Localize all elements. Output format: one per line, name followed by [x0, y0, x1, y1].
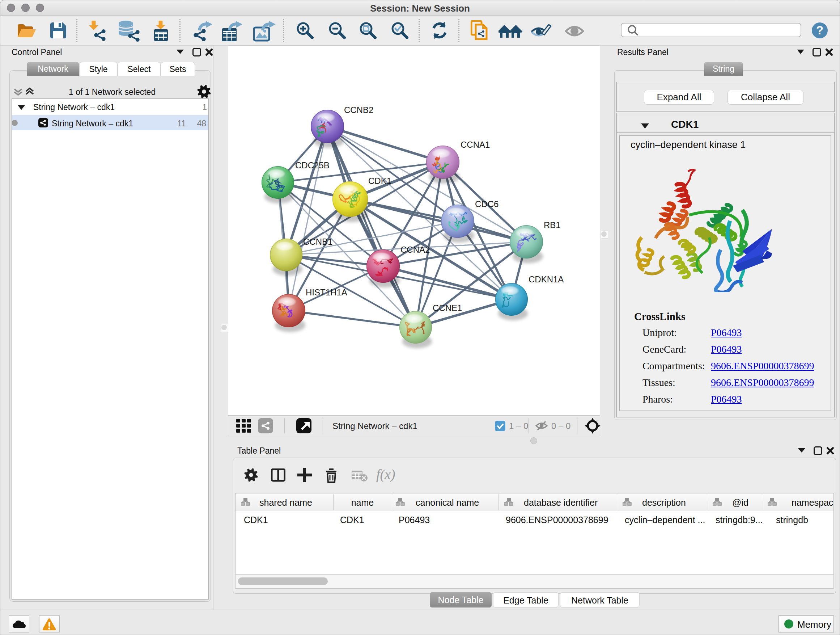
svg-text:CCNE1: CCNE1: [433, 303, 462, 313]
svg-text:CCNA2: CCNA2: [401, 245, 430, 255]
svg-text:HIST1H1A: HIST1H1A: [306, 287, 347, 297]
svg-text:RB1: RB1: [544, 220, 561, 230]
svg-text:CCNB2: CCNB2: [344, 105, 373, 115]
svg-text:CCNA1: CCNA1: [461, 140, 490, 149]
svg-text:CDK1: CDK1: [368, 176, 392, 186]
svg-text:CCNB1: CCNB1: [303, 237, 332, 247]
svg-text:CDC6: CDC6: [475, 199, 499, 209]
svg-text:CDKN1A: CDKN1A: [529, 274, 564, 284]
svg-text:CDC25B: CDC25B: [295, 160, 330, 170]
